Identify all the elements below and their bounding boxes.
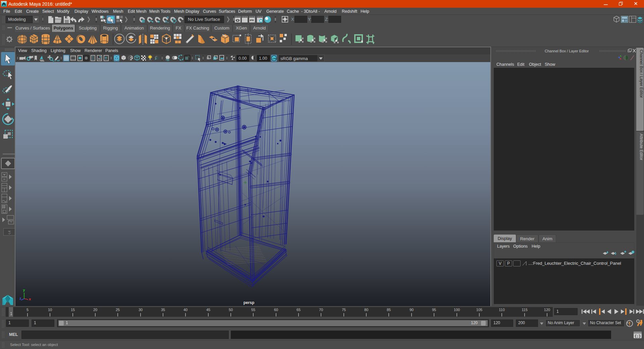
- svg-text:{;}: {;}: [635, 335, 641, 338]
- svg-text:ON: ON: [272, 57, 276, 60]
- svg-text:y: y: [23, 288, 25, 292]
- svg-text:z: z: [19, 296, 21, 300]
- svg-text:0.00: 0.00: [238, 56, 247, 61]
- svg-text:sRGB gamma: sRGB gamma: [280, 56, 308, 61]
- svg-text:IPR: IPR: [250, 19, 254, 22]
- svg-text:T: T: [105, 56, 107, 60]
- svg-text:1.00: 1.00: [259, 56, 267, 61]
